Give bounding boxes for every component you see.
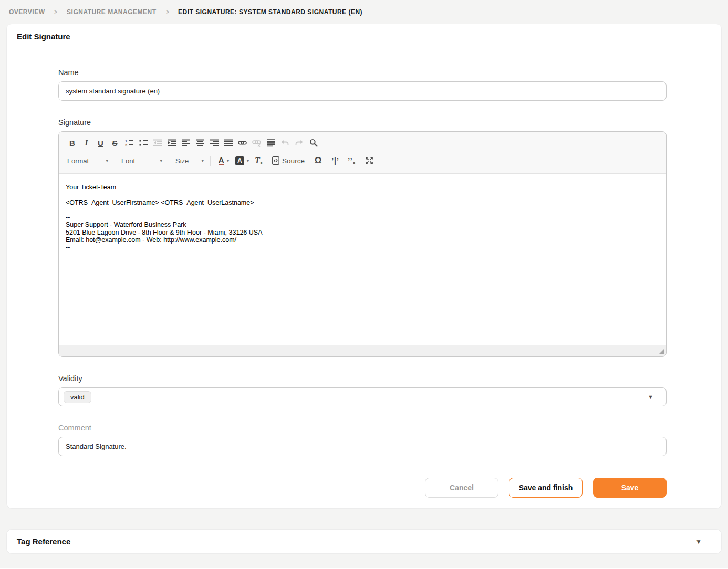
signature-line: -- bbox=[66, 244, 659, 251]
format-dropdown[interactable]: Format▾ bbox=[65, 157, 110, 165]
chevron-down-icon: ▼ bbox=[648, 394, 653, 400]
horizontal-rule-icon[interactable] bbox=[264, 136, 278, 150]
cancel-button[interactable]: Cancel bbox=[425, 478, 498, 498]
toolbar-separator bbox=[169, 156, 169, 166]
italic-icon[interactable]: I bbox=[79, 136, 93, 150]
maximize-icon[interactable] bbox=[362, 154, 376, 168]
chevron-down-icon: ▾ bbox=[247, 158, 249, 163]
align-left-icon[interactable] bbox=[179, 136, 193, 150]
signature-label: Signature bbox=[58, 118, 667, 127]
justify-icon[interactable] bbox=[221, 136, 235, 150]
chevron-right-icon: > bbox=[55, 8, 57, 16]
signature-line: <OTRS_Agent_UserFirstname> <OTRS_Agent_U… bbox=[66, 199, 659, 206]
align-center-icon[interactable] bbox=[193, 136, 207, 150]
source-button[interactable]: Source bbox=[270, 154, 307, 168]
increase-indent-icon[interactable] bbox=[164, 136, 179, 150]
align-right-icon[interactable] bbox=[207, 136, 221, 150]
special-character-icon[interactable]: Ω bbox=[311, 154, 325, 168]
quote-icon[interactable]: ’|’ bbox=[328, 154, 342, 168]
toolbar-separator bbox=[210, 156, 211, 166]
text-color-icon[interactable]: A ▾ bbox=[215, 154, 233, 168]
signature-line: 5201 Blue Lagoon Drive - 8th Floor & 9th… bbox=[66, 229, 659, 236]
signature-line: Super Support - Waterford Business Park bbox=[66, 221, 659, 228]
save-and-finish-button[interactable]: Save and finish bbox=[509, 478, 583, 498]
action-buttons: Cancel Save and finish Save bbox=[58, 478, 667, 498]
signature-line bbox=[66, 206, 659, 214]
svg-text:1.: 1. bbox=[125, 139, 128, 143]
unlink-icon bbox=[249, 136, 264, 150]
breadcrumb-overview[interactable]: OVERVIEW bbox=[9, 8, 45, 16]
chevron-down-icon: ▾ bbox=[160, 158, 162, 163]
save-button[interactable]: Save bbox=[593, 478, 667, 498]
card-title: Edit Signature bbox=[7, 24, 721, 49]
tag-reference-expander[interactable]: Tag Reference ▼ bbox=[6, 529, 722, 554]
edit-signature-card: Edit Signature Name Signature B I U S 1.… bbox=[6, 24, 722, 509]
underline-icon[interactable]: U bbox=[93, 136, 108, 150]
toolbar-row-1: B I U S 1. 2. bbox=[65, 134, 660, 152]
svg-text:2.: 2. bbox=[125, 143, 128, 147]
chevron-down-icon: ▾ bbox=[201, 158, 204, 163]
source-icon bbox=[272, 156, 279, 165]
validity-label: Validity bbox=[58, 374, 667, 383]
redo-icon bbox=[292, 136, 306, 150]
name-label: Name bbox=[58, 68, 667, 77]
resize-handle-icon[interactable] bbox=[659, 349, 664, 354]
background-color-icon[interactable]: A ▾ bbox=[233, 154, 252, 168]
numbered-list-icon[interactable]: 1. 2. bbox=[122, 136, 136, 150]
editor-status-bar bbox=[59, 345, 666, 356]
toolbar-row-2: Format▾ Font▾ Size▾ A ▾ bbox=[65, 152, 660, 170]
signature-line: -- bbox=[66, 214, 659, 221]
chevron-down-icon: ▾ bbox=[227, 158, 230, 163]
validity-select[interactable]: valid ▼ bbox=[58, 387, 667, 406]
toolbar-separator bbox=[115, 156, 115, 166]
comment-label: Comment bbox=[58, 424, 667, 432]
card-body: Name Signature B I U S 1. 2. bbox=[7, 49, 721, 508]
font-dropdown[interactable]: Font▾ bbox=[119, 157, 164, 165]
validity-selected-chip: valid bbox=[64, 391, 91, 403]
undo-icon bbox=[278, 136, 292, 150]
link-icon[interactable] bbox=[235, 136, 249, 150]
bulleted-list-icon[interactable] bbox=[136, 136, 150, 150]
remove-quote-icon[interactable]: ’’x bbox=[345, 154, 359, 168]
breadcrumb-signature-management[interactable]: SIGNATURE MANAGEMENT bbox=[67, 8, 156, 16]
editor-toolbar: B I U S 1. 2. bbox=[59, 132, 666, 174]
comment-input[interactable] bbox=[58, 437, 667, 456]
strikethrough-icon[interactable]: S bbox=[108, 136, 122, 150]
richtext-editor: B I U S 1. 2. bbox=[58, 131, 667, 357]
chevron-down-icon: ▼ bbox=[695, 538, 702, 545]
decrease-indent-icon bbox=[150, 136, 164, 150]
size-dropdown[interactable]: Size▾ bbox=[173, 157, 206, 165]
remove-format-icon[interactable]: Tx bbox=[252, 154, 266, 168]
name-input[interactable] bbox=[58, 81, 667, 101]
bold-icon[interactable]: B bbox=[65, 136, 79, 150]
signature-editor-content[interactable]: Your Ticket-Team <OTRS_Agent_UserFirstna… bbox=[59, 174, 666, 345]
signature-line: Your Ticket-Team bbox=[66, 184, 659, 191]
signature-line bbox=[66, 191, 659, 198]
tag-reference-title: Tag Reference bbox=[17, 537, 70, 546]
find-icon[interactable] bbox=[306, 136, 320, 150]
chevron-down-icon: ▾ bbox=[106, 158, 108, 163]
chevron-right-icon: > bbox=[166, 8, 169, 16]
breadcrumb: OVERVIEW > SIGNATURE MANAGEMENT > EDIT S… bbox=[0, 0, 728, 24]
breadcrumb-current-page: EDIT SIGNATURE: SYSTEM STANDARD SIGNATUR… bbox=[178, 8, 362, 16]
signature-line: Email: hot@example.com - Web: http://www… bbox=[66, 236, 659, 244]
